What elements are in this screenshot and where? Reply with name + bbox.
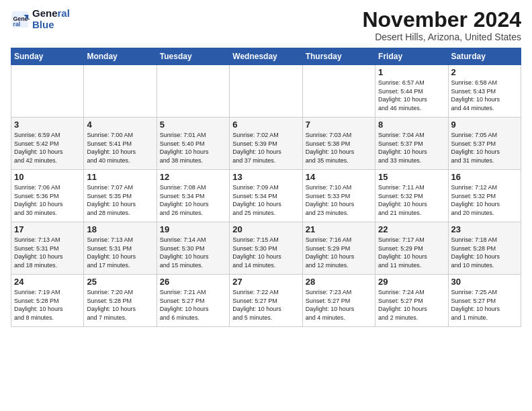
day-number: 1 bbox=[378, 67, 445, 77]
day-cell: 10Sunrise: 7:06 AM Sunset: 5:36 PM Dayli… bbox=[11, 170, 84, 222]
logo: Gene- ral General Blue bbox=[11, 8, 70, 30]
day-number: 20 bbox=[232, 224, 299, 234]
day-info: Sunrise: 7:09 AM Sunset: 5:34 PM Dayligh… bbox=[232, 183, 299, 217]
day-info: Sunrise: 7:10 AM Sunset: 5:33 PM Dayligh… bbox=[306, 183, 372, 217]
day-cell: 28Sunrise: 7:23 AM Sunset: 5:27 PM Dayli… bbox=[302, 275, 375, 327]
day-cell: 17Sunrise: 7:13 AM Sunset: 5:31 PM Dayli… bbox=[11, 222, 84, 275]
day-info: Sunrise: 7:18 AM Sunset: 5:28 PM Dayligh… bbox=[451, 236, 518, 269]
day-number: 7 bbox=[306, 120, 372, 130]
day-number: 21 bbox=[306, 224, 372, 234]
column-header-friday: Friday bbox=[375, 48, 448, 65]
day-cell: 19Sunrise: 7:14 AM Sunset: 5:30 PM Dayli… bbox=[157, 222, 229, 275]
week-row-4: 17Sunrise: 7:13 AM Sunset: 5:31 PM Dayli… bbox=[11, 222, 521, 275]
day-cell: 1Sunrise: 6:57 AM Sunset: 5:44 PM Daylig… bbox=[375, 65, 448, 118]
day-number: 25 bbox=[87, 277, 153, 287]
day-info: Sunrise: 7:06 AM Sunset: 5:36 PM Dayligh… bbox=[14, 183, 81, 217]
day-number: 16 bbox=[451, 172, 518, 182]
day-cell: 30Sunrise: 7:25 AM Sunset: 5:27 PM Dayli… bbox=[448, 275, 521, 327]
day-cell: 11Sunrise: 7:07 AM Sunset: 5:35 PM Dayli… bbox=[84, 170, 157, 222]
day-info: Sunrise: 7:13 AM Sunset: 5:31 PM Dayligh… bbox=[87, 236, 153, 269]
day-info: Sunrise: 7:02 AM Sunset: 5:39 PM Dayligh… bbox=[232, 131, 299, 165]
logo-icon: Gene- ral bbox=[11, 10, 30, 29]
day-number: 12 bbox=[160, 172, 226, 182]
logo-text: General Blue bbox=[32, 8, 70, 30]
day-number: 19 bbox=[160, 224, 226, 234]
day-number: 18 bbox=[87, 224, 153, 234]
location: Desert Hills, Arizona, United States bbox=[362, 32, 521, 42]
day-info: Sunrise: 7:01 AM Sunset: 5:40 PM Dayligh… bbox=[160, 131, 226, 165]
day-info: Sunrise: 7:22 AM Sunset: 5:27 PM Dayligh… bbox=[232, 288, 299, 322]
day-number: 3 bbox=[14, 120, 81, 130]
day-cell: 7Sunrise: 7:03 AM Sunset: 5:38 PM Daylig… bbox=[302, 118, 375, 170]
day-cell bbox=[84, 65, 157, 118]
day-cell: 16Sunrise: 7:12 AM Sunset: 5:32 PM Dayli… bbox=[448, 170, 521, 222]
day-info: Sunrise: 7:25 AM Sunset: 5:27 PM Dayligh… bbox=[451, 288, 518, 322]
day-number: 17 bbox=[14, 224, 81, 234]
day-info: Sunrise: 7:16 AM Sunset: 5:29 PM Dayligh… bbox=[306, 236, 372, 269]
day-cell: 20Sunrise: 7:15 AM Sunset: 5:30 PM Dayli… bbox=[230, 222, 302, 275]
day-info: Sunrise: 7:00 AM Sunset: 5:41 PM Dayligh… bbox=[87, 131, 153, 165]
column-header-sunday: Sunday bbox=[11, 48, 84, 65]
day-cell: 8Sunrise: 7:04 AM Sunset: 5:37 PM Daylig… bbox=[375, 118, 448, 170]
day-number: 2 bbox=[451, 67, 518, 77]
day-info: Sunrise: 7:19 AM Sunset: 5:28 PM Dayligh… bbox=[14, 288, 81, 322]
day-number: 6 bbox=[232, 120, 299, 130]
day-info: Sunrise: 7:24 AM Sunset: 5:27 PM Dayligh… bbox=[378, 288, 445, 322]
day-cell bbox=[157, 65, 229, 118]
day-cell: 2Sunrise: 6:58 AM Sunset: 5:43 PM Daylig… bbox=[448, 65, 521, 118]
day-cell: 4Sunrise: 7:00 AM Sunset: 5:41 PM Daylig… bbox=[84, 118, 157, 170]
day-cell: 9Sunrise: 7:05 AM Sunset: 5:37 PM Daylig… bbox=[448, 118, 521, 170]
day-info: Sunrise: 7:08 AM Sunset: 5:34 PM Dayligh… bbox=[160, 183, 226, 217]
day-cell: 26Sunrise: 7:21 AM Sunset: 5:27 PM Dayli… bbox=[157, 275, 229, 327]
day-info: Sunrise: 7:12 AM Sunset: 5:32 PM Dayligh… bbox=[451, 183, 518, 217]
svg-text:ral: ral bbox=[13, 20, 21, 27]
day-cell: 6Sunrise: 7:02 AM Sunset: 5:39 PM Daylig… bbox=[230, 118, 302, 170]
column-header-wednesday: Wednesday bbox=[230, 48, 302, 65]
header: Gene- ral General Blue November 2024 Des… bbox=[11, 8, 521, 42]
day-info: Sunrise: 6:59 AM Sunset: 5:42 PM Dayligh… bbox=[14, 131, 81, 165]
day-info: Sunrise: 7:23 AM Sunset: 5:27 PM Dayligh… bbox=[306, 288, 372, 322]
day-cell bbox=[302, 65, 375, 118]
day-number: 28 bbox=[306, 277, 372, 287]
month-title: November 2024 bbox=[362, 8, 521, 32]
day-info: Sunrise: 7:11 AM Sunset: 5:32 PM Dayligh… bbox=[378, 183, 445, 217]
day-number: 10 bbox=[14, 172, 81, 182]
day-number: 11 bbox=[87, 172, 153, 182]
page: Gene- ral General Blue November 2024 Des… bbox=[0, 0, 532, 335]
day-cell: 13Sunrise: 7:09 AM Sunset: 5:34 PM Dayli… bbox=[230, 170, 302, 222]
day-cell: 25Sunrise: 7:20 AM Sunset: 5:28 PM Dayli… bbox=[84, 275, 157, 327]
day-cell: 27Sunrise: 7:22 AM Sunset: 5:27 PM Dayli… bbox=[230, 275, 302, 327]
day-cell: 24Sunrise: 7:19 AM Sunset: 5:28 PM Dayli… bbox=[11, 275, 84, 327]
header-row: SundayMondayTuesdayWednesdayThursdayFrid… bbox=[11, 48, 521, 65]
day-info: Sunrise: 6:58 AM Sunset: 5:43 PM Dayligh… bbox=[451, 79, 518, 112]
day-info: Sunrise: 7:05 AM Sunset: 5:37 PM Dayligh… bbox=[451, 131, 518, 165]
day-info: Sunrise: 6:57 AM Sunset: 5:44 PM Dayligh… bbox=[378, 79, 445, 112]
day-number: 29 bbox=[378, 277, 445, 287]
day-cell bbox=[11, 65, 84, 118]
day-number: 27 bbox=[232, 277, 299, 287]
title-area: November 2024 Desert Hills, Arizona, Uni… bbox=[362, 8, 521, 42]
day-number: 22 bbox=[378, 224, 445, 234]
day-info: Sunrise: 7:21 AM Sunset: 5:27 PM Dayligh… bbox=[160, 288, 226, 322]
day-cell: 12Sunrise: 7:08 AM Sunset: 5:34 PM Dayli… bbox=[157, 170, 229, 222]
day-info: Sunrise: 7:20 AM Sunset: 5:28 PM Dayligh… bbox=[87, 288, 153, 322]
day-cell: 21Sunrise: 7:16 AM Sunset: 5:29 PM Dayli… bbox=[302, 222, 375, 275]
day-number: 30 bbox=[451, 277, 518, 287]
day-number: 23 bbox=[451, 224, 518, 234]
day-number: 26 bbox=[160, 277, 226, 287]
day-number: 15 bbox=[378, 172, 445, 182]
day-cell: 14Sunrise: 7:10 AM Sunset: 5:33 PM Dayli… bbox=[302, 170, 375, 222]
week-row-3: 10Sunrise: 7:06 AM Sunset: 5:36 PM Dayli… bbox=[11, 170, 521, 222]
day-number: 9 bbox=[451, 120, 518, 130]
week-row-2: 3Sunrise: 6:59 AM Sunset: 5:42 PM Daylig… bbox=[11, 118, 521, 170]
day-cell: 18Sunrise: 7:13 AM Sunset: 5:31 PM Dayli… bbox=[84, 222, 157, 275]
day-info: Sunrise: 7:03 AM Sunset: 5:38 PM Dayligh… bbox=[306, 131, 372, 165]
week-row-5: 24Sunrise: 7:19 AM Sunset: 5:28 PM Dayli… bbox=[11, 275, 521, 327]
day-number: 24 bbox=[14, 277, 81, 287]
column-header-saturday: Saturday bbox=[448, 48, 521, 65]
day-cell: 15Sunrise: 7:11 AM Sunset: 5:32 PM Dayli… bbox=[375, 170, 448, 222]
day-cell: 3Sunrise: 6:59 AM Sunset: 5:42 PM Daylig… bbox=[11, 118, 84, 170]
day-number: 13 bbox=[232, 172, 299, 182]
day-info: Sunrise: 7:07 AM Sunset: 5:35 PM Dayligh… bbox=[87, 183, 153, 217]
day-cell: 23Sunrise: 7:18 AM Sunset: 5:28 PM Dayli… bbox=[448, 222, 521, 275]
